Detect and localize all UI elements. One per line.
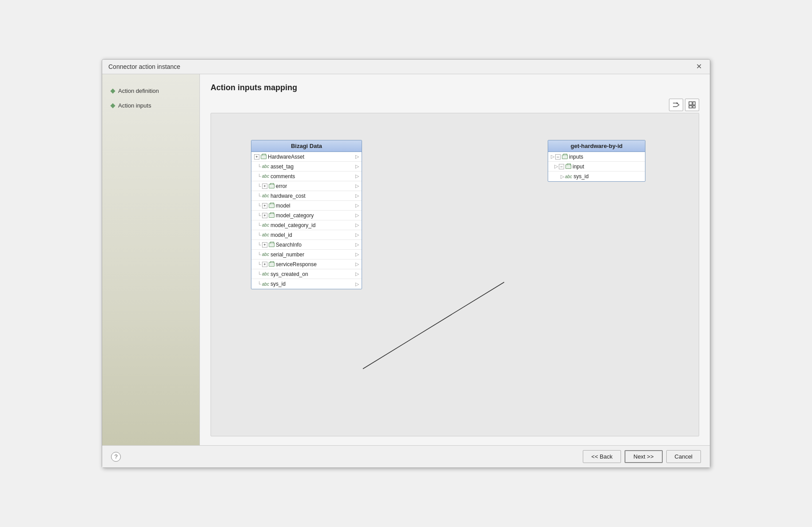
expand-icon[interactable]: + (262, 242, 267, 248)
sidebar-item-label: Action inputs (118, 102, 151, 109)
briefcase-icon (269, 204, 275, 208)
table-row: ▷ – inputs (548, 152, 645, 162)
footer-right: << Back Next >> Cancel (583, 450, 701, 463)
help-button[interactable]: ? (111, 452, 121, 462)
expand-icon[interactable]: + (262, 213, 267, 218)
row-arrow[interactable]: ▷ (355, 261, 359, 267)
table-row: └ + model_category ▷ (251, 211, 362, 220)
sidebar-item-label: Action definition (118, 88, 159, 94)
mapping-tool-button[interactable] (669, 99, 683, 111)
sidebar-item-action-inputs[interactable]: Action inputs (111, 102, 191, 109)
tree-prefix: └ (258, 213, 261, 218)
row-arrow[interactable]: ▷ (355, 203, 359, 208)
close-button[interactable]: ✕ (694, 63, 704, 70)
abc-icon: abc (262, 271, 269, 276)
abc-icon: abc (262, 174, 269, 179)
row-label: serviceResponse (276, 261, 354, 267)
row-arrow[interactable]: ▷ (355, 154, 359, 160)
briefcase-icon (269, 262, 275, 267)
table-row: └ abc model_id ▷ (251, 230, 362, 240)
expand-icon[interactable]: + (254, 154, 259, 160)
svg-rect-5 (689, 102, 692, 105)
row-arrow[interactable]: ▷ (355, 173, 359, 179)
tree-prefix: └ (258, 203, 261, 208)
row-arrow[interactable]: ▷ (355, 242, 359, 248)
briefcase-icon (269, 243, 275, 247)
expand-icon[interactable]: + (262, 203, 267, 208)
tree-prefix: └ (258, 232, 261, 238)
mapping-canvas: Bizagi Data + HardwareAsset ▷ └ abc (211, 113, 699, 436)
row-label: SearchInfo (276, 242, 354, 248)
abc-icon: abc (262, 164, 269, 169)
hw-table: get-hardware-by-id ▷ – inputs ▷ – (548, 140, 645, 182)
row-label: inputs (569, 154, 642, 160)
row-arrow[interactable]: ▷ (355, 222, 359, 228)
row-label: error (276, 183, 354, 189)
row-arrow[interactable]: ▷ (355, 271, 359, 277)
footer: ? << Back Next >> Cancel (102, 445, 710, 467)
table-row-sys-id: └ abc sys_id ▷ (251, 279, 362, 289)
sidebar-item-action-definition[interactable]: Action definition (111, 88, 191, 94)
table-row: └ + SearchInfo ▷ (251, 240, 362, 250)
row-label: serial_number (271, 252, 354, 258)
tree-prefix: └ (258, 174, 261, 179)
abc-icon: abc (262, 252, 269, 257)
svg-line-9 (363, 282, 504, 369)
table-row: └ abc hardware_cost ▷ (251, 191, 362, 201)
bizagi-data-table: Bizagi Data + HardwareAsset ▷ └ abc (251, 140, 362, 289)
layout-tool-button[interactable] (685, 99, 699, 111)
next-button[interactable]: Next >> (625, 450, 663, 463)
row-label: sys_id (573, 173, 642, 180)
briefcase-icon (261, 155, 267, 159)
svg-rect-7 (689, 106, 692, 108)
expand-icon[interactable]: – (555, 154, 561, 160)
table-row: └ abc comments ▷ (251, 172, 362, 181)
table-row: └ abc model_category_id ▷ (251, 220, 362, 230)
tree-prefix: └ (258, 184, 261, 189)
row-arrow[interactable]: ▷ (355, 281, 359, 287)
table-row-sys-id-right: ▷ abc sys_id (548, 172, 645, 181)
cancel-button[interactable]: Cancel (666, 450, 701, 463)
expand-icon[interactable]: + (262, 262, 267, 267)
abc-icon: abc (262, 193, 269, 198)
table-row: └ + model ▷ (251, 201, 362, 211)
row-arrow[interactable]: ▷ (355, 193, 359, 199)
left-arrow: ▷ (561, 174, 564, 180)
tree-prefix: └ (258, 271, 261, 277)
row-label: model (276, 203, 354, 209)
tree-prefix: └ (258, 281, 261, 287)
tree-prefix: └ (258, 242, 261, 248)
row-label: comments (271, 173, 354, 180)
expand-icon[interactable]: – (559, 164, 564, 169)
hw-table-header: get-hardware-by-id (548, 140, 645, 152)
expand-icon[interactable]: + (262, 184, 267, 189)
tree-prefix: └ (258, 262, 261, 267)
row-arrow[interactable]: ▷ (355, 164, 359, 169)
mapping-canvas-area: Bizagi Data + HardwareAsset ▷ └ abc (211, 113, 699, 436)
table-row: └ abc asset_tag ▷ (251, 162, 362, 172)
row-label: model_category_id (271, 222, 354, 228)
tree-prefix: └ (258, 193, 261, 199)
row-label: model_id (271, 232, 354, 238)
dialog-title: Connector action instance (108, 63, 180, 70)
briefcase-icon (565, 164, 571, 169)
row-arrow[interactable]: ▷ (355, 232, 359, 238)
row-arrow[interactable]: ▷ (355, 252, 359, 257)
briefcase-icon (269, 213, 275, 218)
tree-prefix: └ (258, 164, 261, 169)
sidebar: Action definition Action inputs (102, 74, 200, 445)
row-arrow[interactable]: ▷ (355, 183, 359, 189)
tree-prefix: └ (258, 223, 261, 228)
svg-rect-6 (693, 102, 695, 105)
back-button[interactable]: << Back (583, 450, 621, 463)
abc-icon: abc (262, 282, 269, 287)
page-title: Action inputs mapping (211, 83, 699, 92)
diamond-icon (110, 88, 115, 93)
table-row: + HardwareAsset ▷ (251, 152, 362, 162)
row-arrow[interactable]: ▷ (355, 212, 359, 218)
left-arrow: ▷ (554, 164, 558, 169)
abc-icon: abc (565, 174, 572, 179)
tree-prefix: └ (258, 252, 261, 257)
diamond-icon (110, 103, 115, 108)
bizagi-table-header: Bizagi Data (251, 140, 362, 152)
